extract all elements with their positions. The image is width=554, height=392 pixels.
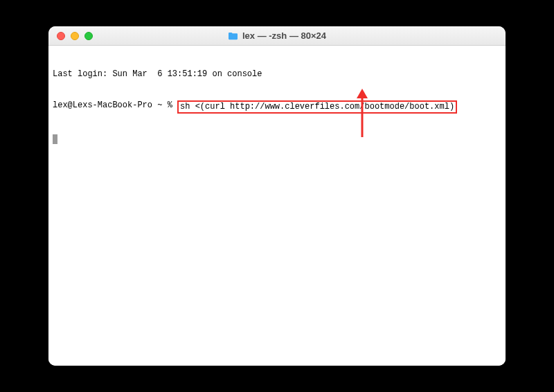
command-highlight-box: sh <(curl http://www.cleverfiles.com/boo… bbox=[177, 100, 457, 114]
folder-icon bbox=[228, 32, 238, 40]
terminal-content[interactable]: Last login: Sun Mar 6 13:51:19 on consol… bbox=[48, 46, 506, 366]
minimize-button[interactable] bbox=[71, 32, 79, 40]
close-button[interactable] bbox=[57, 32, 65, 40]
prompt-line: lex@Lexs-MacBook-Pro ~ % sh <(curl http:… bbox=[53, 100, 501, 114]
maximize-button[interactable] bbox=[84, 32, 93, 40]
window-title: lex — -zsh — 80×24 bbox=[48, 30, 506, 41]
traffic-lights bbox=[48, 32, 93, 40]
window-title-text: lex — -zsh — 80×24 bbox=[242, 30, 326, 41]
command-text: sh <(curl http://www.cleverfiles.com/boo… bbox=[180, 102, 454, 112]
last-login-line: Last login: Sun Mar 6 13:51:19 on consol… bbox=[53, 69, 501, 80]
cursor-line bbox=[53, 134, 501, 145]
titlebar[interactable]: lex — -zsh — 80×24 bbox=[48, 26, 506, 46]
terminal-window: lex — -zsh — 80×24 Last login: Sun Mar 6… bbox=[48, 26, 506, 366]
terminal-cursor bbox=[53, 134, 57, 144]
shell-prompt: lex@Lexs-MacBook-Pro ~ % bbox=[53, 100, 177, 111]
svg-marker-1 bbox=[357, 89, 368, 98]
